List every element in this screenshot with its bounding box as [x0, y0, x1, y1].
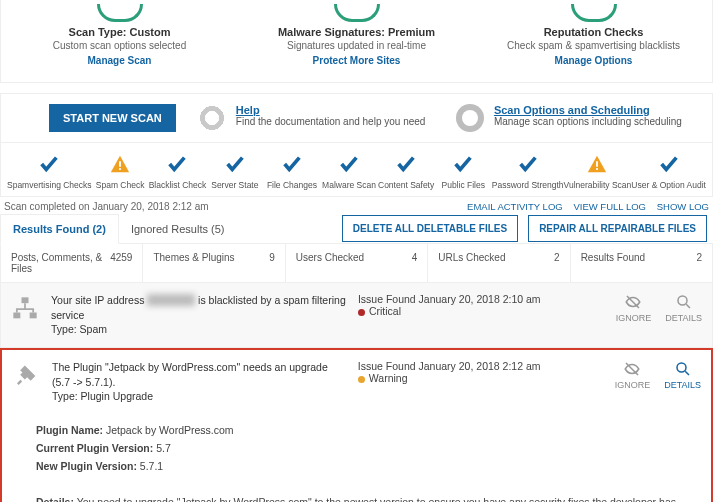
tab-actions: DELETE ALL DELETABLE FILES REPAIR ALL RE… [342, 215, 713, 242]
card-title: Scan Type: Custom [7, 26, 232, 38]
issue-type: Type: Plugin Upgrade [52, 390, 153, 402]
issue-spam: Your site IP address xxx.xxx.xx is black… [0, 283, 713, 348]
current-version-label: Current Plugin Version: [36, 442, 153, 454]
details-value: You need to upgrade "Jetpack by WordPres… [36, 496, 676, 503]
issue-desc: Your site IP address xxx.xxx.xx is black… [51, 293, 346, 337]
card-sub: Check spam & spamvertising blacklists [481, 40, 706, 51]
svg-rect-2 [597, 161, 599, 167]
stat-cell: URLs Checked2 [428, 244, 570, 282]
help-block: Help Find the documentation and help you… [188, 104, 446, 132]
check-server-state[interactable]: Server State [206, 153, 263, 190]
repair-all-button[interactable]: REPAIR ALL REPAIRABLE FILES [528, 215, 707, 242]
issue-found: Issue Found January 20, 2018 2:12 am [358, 360, 603, 372]
start-scan-button[interactable]: START NEW SCAN [49, 104, 176, 132]
card-title: Malware Signatures: Premium [244, 26, 469, 38]
email-log-link[interactable]: EMAIL ACTIVITY LOG [467, 201, 563, 212]
delete-all-button[interactable]: DELETE ALL DELETABLE FILES [342, 215, 518, 242]
card-scan-type: Scan Type: Custom Custom scan options se… [1, 0, 238, 74]
sitemap-icon [11, 293, 39, 326]
schedule-link[interactable]: Scan Options and Scheduling [494, 104, 682, 116]
highlighted-issue: The Plugin "Jetpack by WordPress.com" ne… [0, 348, 713, 502]
check-blacklist-check[interactable]: Blacklist Check [149, 153, 207, 190]
plugin-name-value: Jetpack by WordPress.com [103, 424, 234, 436]
check-public-files[interactable]: Public Files [435, 153, 492, 190]
severity-dot-warning [358, 376, 365, 383]
schedule-block: Scan Options and Scheduling Manage scan … [446, 104, 704, 132]
details-label: Details: [36, 496, 74, 503]
stat-cell: Themes & Plugins9 [143, 244, 285, 282]
tab-bar: Results Found (2) Ignored Results (5) DE… [0, 214, 713, 244]
check-malware-scan[interactable]: Malware Scan [320, 153, 377, 190]
summary-cards: Scan Type: Custom Custom scan options se… [0, 0, 713, 83]
scan-checks-row: Spamvertising ChecksSpam CheckBlacklist … [0, 143, 713, 197]
stat-cell: Results Found2 [571, 244, 712, 282]
issue-desc: The Plugin "Jetpack by WordPress.com" ne… [52, 360, 346, 404]
severity-dot-critical [358, 309, 365, 316]
check-content-safety[interactable]: Content Safety [378, 153, 435, 190]
svg-rect-6 [30, 313, 37, 319]
card-malware: Malware Signatures: Premium Signatures u… [238, 0, 475, 74]
svg-point-8 [677, 363, 686, 372]
tab-ignored[interactable]: Ignored Results (5) [119, 215, 237, 243]
details-button[interactable]: DETAILS [665, 293, 702, 323]
svg-rect-0 [119, 161, 121, 167]
check-vulnerability-scan[interactable]: Vulnerability Scan [564, 153, 632, 190]
ip-blurred: xxx.xxx.xx [147, 294, 195, 306]
issue-status: Issue Found January 20, 2018 2:10 am Cri… [358, 293, 604, 317]
plug-icon [12, 360, 40, 393]
scan-completed-text: Scan completed on January 20, 2018 2:12 … [4, 201, 209, 212]
log-links: EMAIL ACTIVITY LOG VIEW FULL LOG SHOW LO… [459, 201, 709, 212]
severity-label: Warning [369, 372, 408, 384]
details-button-active[interactable]: DETAILS [664, 360, 701, 390]
ring-icon [571, 4, 617, 22]
issue-status: Issue Found January 20, 2018 2:12 am War… [358, 360, 603, 384]
card-sub: Signatures updated in real-time [244, 40, 469, 51]
svg-point-7 [678, 296, 687, 305]
issue-text: Your site IP address [51, 294, 147, 306]
help-link[interactable]: Help [236, 104, 426, 116]
ring-icon [334, 4, 380, 22]
card-link[interactable]: Manage Options [481, 55, 706, 66]
schedule-sub: Manage scan options including scheduling [494, 116, 682, 127]
svg-rect-3 [597, 168, 599, 170]
card-title: Reputation Checks [481, 26, 706, 38]
meta-row: Scan completed on January 20, 2018 2:12 … [0, 197, 713, 214]
check-password-strength[interactable]: Password Strength [492, 153, 564, 190]
lifesaver-icon [198, 104, 226, 132]
check-spamvertising-checks[interactable]: Spamvertising Checks [7, 153, 92, 190]
new-version-value: 5.7.1 [137, 460, 163, 472]
severity-label: Critical [369, 305, 401, 317]
issue-plugin-upgrade: The Plugin "Jetpack by WordPress.com" ne… [2, 350, 711, 414]
stat-cell: Posts, Comments, & Files4259 [1, 244, 143, 282]
svg-rect-1 [119, 168, 121, 170]
issue-actions: IGNORE DETAILS [616, 293, 702, 323]
current-version-value: 5.7 [153, 442, 171, 454]
show-log-link[interactable]: SHOW LOG [657, 201, 709, 212]
svg-rect-4 [22, 297, 29, 303]
stat-cell: Users Checked4 [286, 244, 428, 282]
issue-actions: IGNORE DETAILS [615, 360, 701, 390]
tab-results[interactable]: Results Found (2) [0, 214, 119, 244]
new-version-label: New Plugin Version: [36, 460, 137, 472]
card-sub: Custom scan options selected [7, 40, 232, 51]
gear-icon [456, 104, 484, 132]
view-full-log-link[interactable]: VIEW FULL LOG [573, 201, 646, 212]
card-link[interactable]: Protect More Sites [244, 55, 469, 66]
ignore-button[interactable]: IGNORE [615, 360, 651, 390]
check-spam-check[interactable]: Spam Check [92, 153, 149, 190]
stats-row: Posts, Comments, & Files4259Themes & Plu… [0, 244, 713, 283]
ring-icon [97, 4, 143, 22]
help-sub: Find the documentation and help you need [236, 116, 426, 127]
issue-type: Type: Spam [51, 323, 107, 335]
issue-text: The Plugin "Jetpack by WordPress.com" ne… [52, 361, 328, 388]
action-panel: START NEW SCAN Help Find the documentati… [0, 93, 713, 143]
check-file-changes[interactable]: File Changes [263, 153, 320, 190]
card-reputation: Reputation Checks Check spam & spamverti… [475, 0, 712, 74]
svg-rect-5 [13, 313, 20, 319]
plugin-name-label: Plugin Name: [36, 424, 103, 436]
issue-found: Issue Found January 20, 2018 2:10 am [358, 293, 604, 305]
card-link[interactable]: Manage Scan [7, 55, 232, 66]
issue-details-panel: Plugin Name: Jetpack by WordPress.com Cu… [2, 414, 711, 502]
ignore-button[interactable]: IGNORE [616, 293, 652, 323]
check-user-option-audit[interactable]: User & Option Audit [631, 153, 706, 190]
